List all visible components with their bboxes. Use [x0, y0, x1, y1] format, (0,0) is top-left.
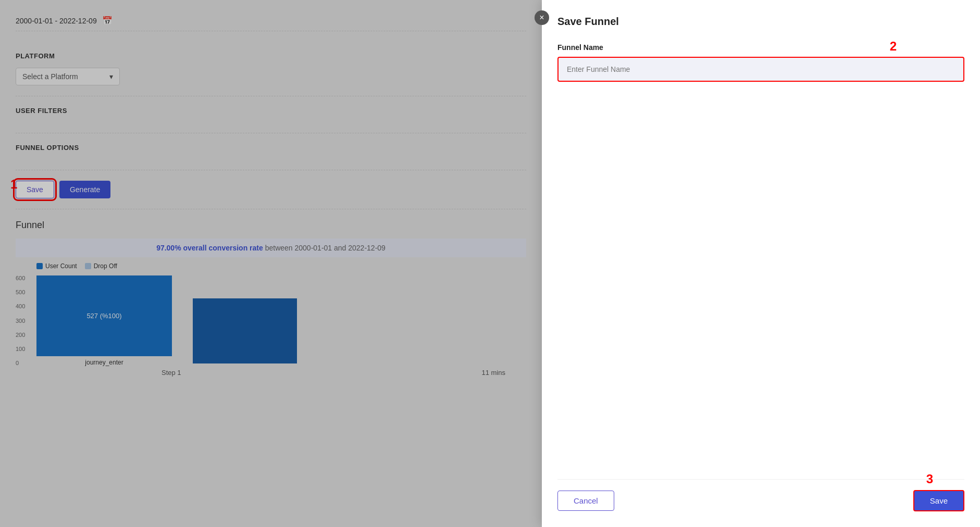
save-button-wrapper: 3 Save	[913, 490, 964, 511]
funnel-name-input[interactable]	[557, 57, 964, 82]
close-modal-button[interactable]: ×	[535, 10, 549, 25]
modal-save-button[interactable]: Save	[913, 490, 964, 511]
modal-title: Save Funnel	[557, 16, 619, 28]
step-2-indicator: 2	[890, 39, 897, 54]
modal-header: Save Funnel	[557, 16, 964, 28]
modal-footer: Cancel 3 Save	[557, 479, 964, 511]
modal-overlay	[0, 0, 542, 527]
cancel-button[interactable]: Cancel	[557, 491, 614, 511]
save-funnel-modal: × Save Funnel 2 Funnel Name Cancel 3 Sav…	[542, 0, 980, 527]
modal-body: Funnel Name	[557, 43, 964, 479]
funnel-name-label: Funnel Name	[557, 43, 964, 52]
step-3-indicator: 3	[926, 472, 933, 486]
